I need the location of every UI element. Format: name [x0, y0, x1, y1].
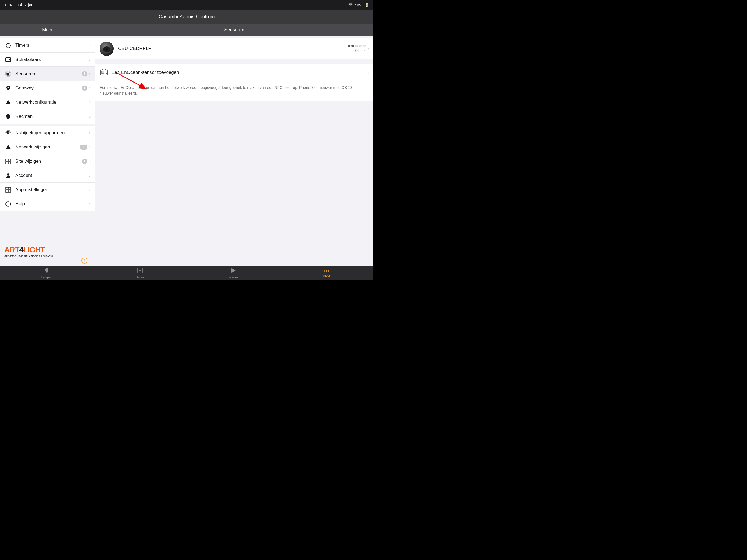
app-instellingen-chevron: ›: [89, 187, 91, 192]
sidebar-item-rechten[interactable]: Rechten ›: [0, 109, 95, 124]
svg-rect-16: [8, 161, 11, 164]
svg-point-27: [105, 48, 108, 51]
status-bar: 13:41 Di 12 jan. 93% 🔋: [0, 0, 374, 10]
svg-rect-21: [8, 190, 11, 192]
sensor-status: 66 lux: [347, 45, 366, 53]
site-wijzigen-icon: [4, 157, 12, 165]
add-sensor-icon: [100, 68, 108, 77]
wifi-icon: [348, 3, 353, 7]
tab-galerij[interactable]: A Galerij: [94, 266, 187, 280]
lampen-icon: [44, 268, 50, 275]
svg-point-6: [7, 73, 9, 75]
schakelaars-chevron: ›: [89, 57, 91, 62]
tab-scenes[interactable]: Scènes: [187, 266, 280, 280]
help-badge[interactable]: ?: [81, 258, 87, 263]
sidebar-item-netwerk-wijzigen[interactable]: Netwerk wijzigen 32 ›: [0, 140, 95, 154]
account-icon: [4, 172, 12, 179]
account-label: Account: [15, 173, 89, 178]
galerij-label: Galerij: [136, 276, 145, 279]
svg-marker-10: [6, 100, 11, 104]
timers-icon: [4, 42, 12, 49]
sidebar-item-help[interactable]: i Help ›: [0, 197, 95, 211]
sensor-chevron: ›: [368, 46, 369, 51]
svg-marker-40: [232, 268, 236, 273]
scenes-icon: [231, 268, 236, 275]
sidebar-item-app-instellingen[interactable]: App-instellingen ›: [0, 183, 95, 197]
sensoren-chevron: ›: [89, 71, 91, 76]
svg-rect-37: [46, 272, 47, 273]
main-layout: Meer Timers ›: [0, 24, 374, 266]
meer-label: Meer: [324, 274, 330, 277]
gateway-label: Gateway: [15, 85, 82, 91]
sensor-avatar: [100, 42, 114, 56]
app-instellingen-icon: [4, 186, 12, 194]
nabijgelegen-chevron: ›: [89, 130, 91, 135]
svg-rect-15: [6, 161, 8, 164]
status-time: 13:41 Di 12 jan.: [4, 3, 34, 7]
netwerk-wijzigen-chevron: ›: [89, 145, 91, 150]
sidebar-section-2: Nabijgelegen apparaten › Netwerk wijzige…: [0, 126, 95, 211]
svg-rect-41: [231, 268, 232, 273]
svg-rect-18: [6, 187, 8, 189]
add-sensor-item[interactable]: Een EnOcean-sensor toevoegen ›: [95, 64, 374, 81]
sidebar-item-account[interactable]: Account ›: [0, 169, 95, 183]
timers-chevron: ›: [89, 43, 91, 48]
sidebar-item-timers[interactable]: Timers ›: [0, 38, 95, 52]
site-wijzigen-label: Site wijzigen: [15, 159, 82, 164]
sidebar-item-sensoren[interactable]: Sensoren 1 ›: [0, 67, 95, 81]
svg-rect-36: [46, 272, 48, 272]
tab-lampen[interactable]: Lampen: [0, 266, 94, 280]
sensor-item[interactable]: CBU-CEDRPLR 66 lux ›: [95, 38, 374, 59]
section-separator: [95, 59, 374, 61]
sidebar-item-netwerkconfiguratie[interactable]: Netwerkconfiguratie ›: [0, 95, 95, 109]
add-sensor-chevron: ›: [368, 70, 369, 75]
lampen-label: Lampen: [41, 276, 52, 279]
sensoren-badge: 1: [82, 71, 87, 76]
content-panel: Sensoren: [95, 24, 374, 266]
gateway-chevron: ›: [89, 85, 91, 91]
netwerk-wijzigen-badge: 32: [80, 145, 87, 150]
netwerkconfiguratie-chevron: ›: [89, 100, 91, 105]
sidebar-item-nabijgelegen[interactable]: Nabijgelegen apparaten ›: [0, 126, 95, 140]
sensor-avatar-inner: [100, 42, 114, 56]
app-instellingen-label: App-instellingen: [15, 187, 89, 193]
sensoren-icon: [4, 70, 12, 78]
galerij-icon: A: [137, 268, 143, 275]
account-chevron: ›: [89, 173, 91, 178]
content-title: Sensoren: [225, 27, 244, 32]
netwerk-wijzigen-icon: [4, 143, 12, 151]
dot-1: [347, 45, 350, 47]
sensor-name: CBU-CEDRPLR: [118, 46, 347, 51]
sidebar-item-site-wijzigen[interactable]: Site wijzigen 1 ›: [0, 154, 95, 169]
sidebar: Meer Timers ›: [0, 24, 95, 266]
gateway-badge: 1: [82, 85, 87, 91]
help-label: Help: [15, 201, 89, 207]
svg-point-28: [107, 48, 108, 49]
rechten-label: Rechten: [15, 114, 89, 119]
sensor-dots: [347, 45, 366, 47]
svg-text:A: A: [139, 269, 141, 272]
add-sensor-description: Een nieuwe EnOcean-sensor kan aan het ne…: [95, 81, 374, 101]
status-right: 93% 🔋: [348, 3, 369, 7]
svg-rect-20: [6, 190, 8, 192]
sensoren-label: Sensoren: [15, 71, 82, 77]
sidebar-title: Meer: [42, 27, 53, 32]
add-sensor-section: Een EnOcean-sensor toevoegen › Een nieuw…: [95, 64, 374, 101]
site-wijzigen-chevron: ›: [89, 159, 91, 164]
tab-meer[interactable]: ••• Meer: [280, 266, 374, 280]
svg-rect-19: [8, 187, 11, 189]
scenes-label: Scènes: [228, 276, 238, 279]
rechten-icon: [4, 113, 12, 120]
help-chevron: ›: [89, 202, 91, 206]
rechten-chevron: ›: [89, 114, 91, 119]
watermark-logo: ART4LIGHT: [4, 246, 45, 254]
svg-point-11: [7, 132, 9, 134]
app-container: 13:41 Di 12 jan. 93% 🔋 Casambi Kennis Ce…: [0, 0, 374, 280]
sidebar-item-schakelaars[interactable]: Schakelaars ›: [0, 52, 95, 67]
svg-point-9: [8, 87, 9, 88]
content-header: Sensoren: [95, 24, 374, 36]
dot-5: [363, 45, 366, 47]
watermark-tagline: Importer Casambi Enabled Products: [4, 254, 53, 258]
nabijgelegen-icon: [4, 129, 12, 137]
sidebar-item-gateway[interactable]: Gateway 1 ›: [0, 81, 95, 95]
